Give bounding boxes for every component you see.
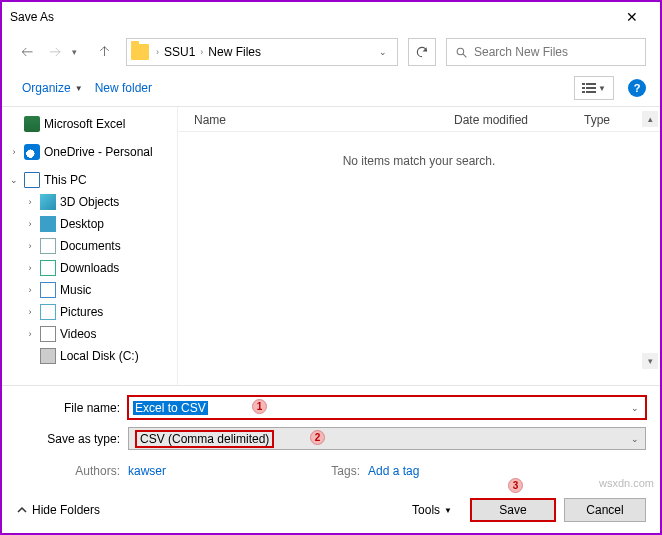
scroll-up-icon[interactable]: ▴ <box>642 111 658 127</box>
back-button[interactable]: 🡠 <box>16 41 38 63</box>
filename-input[interactable]: Excel to CSV ⌄ <box>128 396 646 419</box>
svg-rect-7 <box>586 91 596 93</box>
svg-rect-4 <box>582 87 585 89</box>
svg-point-0 <box>457 48 464 55</box>
sidebar-item-music[interactable]: ›Music <box>6 279 177 301</box>
sidebar-item-pictures[interactable]: ›Pictures <box>6 301 177 323</box>
saveastype-label: Save as type: <box>16 432 128 446</box>
svg-line-1 <box>463 54 466 57</box>
saveastype-select[interactable]: CSV (Comma delimited) ⌄ <box>128 427 646 450</box>
sidebar-item-excel[interactable]: ›Microsoft Excel <box>6 113 177 135</box>
organize-button[interactable]: Organize▼ <box>16 77 89 99</box>
forward-button: 🡢 <box>44 41 66 63</box>
chevron-up-icon <box>16 504 28 516</box>
svg-rect-2 <box>582 83 585 85</box>
chevron-down-icon[interactable]: ⌄ <box>631 434 639 444</box>
new-folder-button[interactable]: New folder <box>89 77 158 99</box>
onedrive-icon <box>24 144 40 160</box>
tags-value[interactable]: Add a tag <box>368 464 548 478</box>
column-type[interactable]: Type <box>584 113 644 127</box>
sidebar-item-onedrive[interactable]: ›OneDrive - Personal <box>6 141 177 163</box>
folder-icon <box>131 44 149 60</box>
sidebar-item-desktop[interactable]: ›Desktop <box>6 213 177 235</box>
help-icon[interactable]: ? <box>628 79 646 97</box>
tools-button[interactable]: Tools▼ <box>412 503 452 517</box>
sidebar-item-videos[interactable]: ›Videos <box>6 323 177 345</box>
sidebar-item-localdisk[interactable]: ›Local Disk (C:) <box>6 345 177 367</box>
documents-icon <box>40 238 56 254</box>
view-options-button[interactable]: ▼ <box>574 76 614 100</box>
annotation-badge-1: 1 <box>252 399 267 414</box>
videos-icon <box>40 326 56 342</box>
chevron-right-icon[interactable]: › <box>153 47 162 57</box>
annotation-badge-2: 2 <box>310 430 325 445</box>
disk-icon <box>40 348 56 364</box>
scrollbar[interactable]: ▴ ▾ <box>642 111 658 369</box>
close-icon[interactable]: ✕ <box>612 9 652 25</box>
chevron-down-icon[interactable]: ⌄ <box>631 403 639 413</box>
authors-value[interactable]: kawser <box>128 464 308 478</box>
desktop-icon <box>40 216 56 232</box>
annotation-badge-3: 3 <box>508 478 523 493</box>
sidebar-item-thispc[interactable]: ⌄This PC <box>6 169 177 191</box>
sidebar-item-documents[interactable]: ›Documents <box>6 235 177 257</box>
svg-rect-6 <box>582 91 585 93</box>
scroll-down-icon[interactable]: ▾ <box>642 353 658 369</box>
chevron-down-icon[interactable]: ⌄ <box>373 47 393 57</box>
save-button[interactable]: Save <box>470 498 556 522</box>
music-icon <box>40 282 56 298</box>
watermark: wsxdn.com <box>599 477 654 489</box>
svg-rect-5 <box>586 87 596 89</box>
downloads-icon <box>40 260 56 276</box>
breadcrumb-seg-1[interactable]: SSU1 <box>164 45 195 59</box>
cancel-button[interactable]: Cancel <box>564 498 646 522</box>
search-placeholder: Search New Files <box>474 45 568 59</box>
hide-folders-button[interactable]: Hide Folders <box>16 503 100 517</box>
filename-label: File name: <box>16 401 128 415</box>
recent-locations-icon[interactable]: ▾ <box>72 49 88 56</box>
column-name[interactable]: Name <box>194 113 454 127</box>
sidebar-item-downloads[interactable]: ›Downloads <box>6 257 177 279</box>
sidebar-item-3dobjects[interactable]: ›3D Objects <box>6 191 177 213</box>
search-input[interactable]: Search New Files <box>446 38 646 66</box>
authors-label: Authors: <box>16 464 128 478</box>
filename-value: Excel to CSV <box>133 401 208 415</box>
excel-icon <box>24 116 40 132</box>
objects3d-icon <box>40 194 56 210</box>
window-title: Save As <box>10 10 612 24</box>
breadcrumb-seg-2[interactable]: New Files <box>208 45 261 59</box>
saveastype-value: CSV (Comma delimited) <box>135 430 274 448</box>
breadcrumb[interactable]: › SSU1 › New Files ⌄ <box>126 38 398 66</box>
refresh-button[interactable] <box>408 38 436 66</box>
pc-icon <box>24 172 40 188</box>
tags-label: Tags: <box>308 464 368 478</box>
up-button[interactable]: 🡡 <box>94 41 116 63</box>
chevron-right-icon[interactable]: › <box>197 47 206 57</box>
search-icon <box>455 46 468 59</box>
column-date[interactable]: Date modified <box>454 113 584 127</box>
sidebar: ›Microsoft Excel ›OneDrive - Personal ⌄T… <box>2 107 177 385</box>
pictures-icon <box>40 304 56 320</box>
svg-rect-3 <box>586 83 596 85</box>
empty-message: No items match your search. <box>178 132 660 190</box>
